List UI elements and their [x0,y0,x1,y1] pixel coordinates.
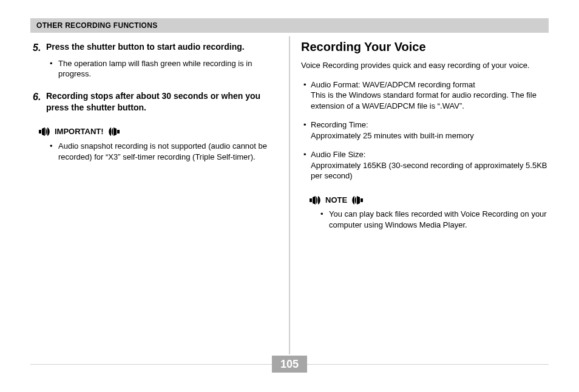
note-label: NOTE [325,195,347,206]
note-callout: NOTE You can play back files recorded wi… [303,195,549,231]
section-header: OTHER RECORDING FUNCTIONS [30,18,549,33]
info-list: Audio Format: WAVE/ADPCM recording forma… [301,79,549,181]
important-bullet: Audio snapshot recording is not supporte… [50,141,278,162]
step-6: 6. Recording stops after about 30 second… [33,90,278,113]
note-bullet: You can play back files recorded with Vo… [320,209,549,230]
manual-page: OTHER RECORDING FUNCTIONS 5. Press the s… [0,0,579,392]
subsection-heading: Recording Your Voice [301,39,549,55]
page-number: 105 [280,358,299,370]
important-label: IMPORTANT! [55,126,104,137]
indicator-left-icon [107,127,120,136]
note-bullets: You can play back files recorded with Vo… [320,209,549,230]
indicator-right-icon [310,196,322,204]
info-item: Recording Time: Approximately 25 minutes… [303,120,549,141]
step-5-bullets: The operation lamp will flash green whil… [50,58,278,79]
important-callout: IMPORTANT! Audio snapshot recording is n… [33,126,278,162]
info-item: Audio Format: WAVE/ADPCM recording forma… [303,79,549,112]
step-5: 5. Press the shutter button to start aud… [33,41,278,79]
indicator-right-icon [39,127,51,136]
step-5-bullet: The operation lamp will flash green whil… [50,58,278,79]
info-item: Audio File Size: Approximately 165KB (30… [303,149,549,181]
step-text: Recording stops after about 30 seconds o… [46,90,278,113]
section-header-text: OTHER RECORDING FUNCTIONS [36,21,158,30]
step-number: 6. [33,90,46,104]
content-columns: 5. Press the shutter button to start aud… [30,36,549,354]
step-number: 5. [33,41,46,55]
intro-paragraph: Voice Recording provides quick and easy … [301,60,549,71]
page-number-badge: 105 [272,356,307,373]
important-bullets: Audio snapshot recording is not supporte… [50,141,278,162]
indicator-left-icon [351,196,363,204]
right-column: Recording Your Voice Voice Recording pro… [290,36,549,354]
left-column: 5. Press the shutter button to start aud… [30,36,289,354]
step-text: Press the shutter button to start audio … [46,41,245,53]
